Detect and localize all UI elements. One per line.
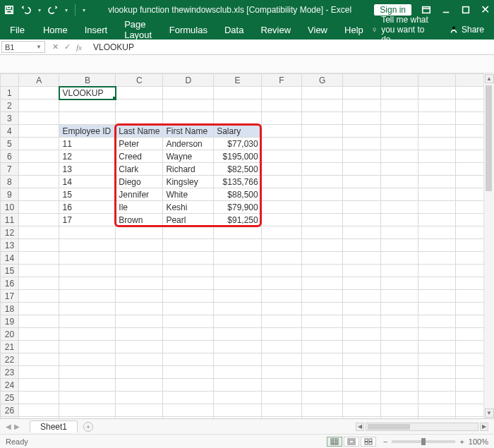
col-header[interactable] xyxy=(343,74,380,87)
cell[interactable] xyxy=(261,366,302,379)
cell[interactable] xyxy=(380,328,418,341)
cell[interactable] xyxy=(418,163,456,176)
cell[interactable] xyxy=(418,226,456,239)
row-header[interactable]: 20 xyxy=(1,328,19,341)
cell[interactable] xyxy=(116,265,163,277)
cell[interactable] xyxy=(261,404,302,417)
cell[interactable] xyxy=(261,341,302,353)
zoom-slider[interactable] xyxy=(392,440,455,443)
cell[interactable] xyxy=(343,99,380,112)
cell[interactable] xyxy=(59,315,116,328)
scroll-up-icon[interactable]: ▲ xyxy=(485,74,494,83)
cell[interactable] xyxy=(302,392,343,404)
cell[interactable] xyxy=(343,392,380,404)
cell[interactable] xyxy=(418,150,456,163)
cell[interactable] xyxy=(380,99,418,112)
tab-review[interactable]: Review xyxy=(252,20,299,40)
minimize-icon[interactable] xyxy=(441,5,451,15)
cell[interactable] xyxy=(18,201,59,214)
cell[interactable] xyxy=(59,404,116,417)
row-header[interactable]: 22 xyxy=(1,353,19,366)
cell[interactable] xyxy=(261,392,302,404)
cell[interactable]: $195,000 xyxy=(214,150,262,163)
zoom-out-icon[interactable]: − xyxy=(383,437,387,446)
cell[interactable] xyxy=(343,188,380,201)
cell[interactable] xyxy=(380,379,418,392)
cell[interactable] xyxy=(380,404,418,417)
row-header[interactable]: 4 xyxy=(1,125,19,138)
cell[interactable] xyxy=(18,404,59,417)
cell[interactable] xyxy=(261,328,302,341)
cell[interactable] xyxy=(380,277,418,290)
cell[interactable] xyxy=(380,239,418,252)
zoom-control[interactable]: − + 100% xyxy=(383,437,488,446)
cell[interactable] xyxy=(116,404,163,417)
cell[interactable] xyxy=(261,176,302,188)
cell[interactable] xyxy=(302,214,343,226)
cell[interactable] xyxy=(302,341,343,353)
cell[interactable] xyxy=(380,150,418,163)
cell[interactable] xyxy=(59,328,116,341)
cell[interactable]: Ile xyxy=(116,201,163,214)
cell[interactable] xyxy=(163,99,214,112)
cell[interactable] xyxy=(214,315,262,328)
cell[interactable] xyxy=(163,252,214,265)
cell[interactable] xyxy=(343,366,380,379)
col-header-B[interactable]: B xyxy=(59,74,116,87)
cell[interactable] xyxy=(59,366,116,379)
cell[interactable] xyxy=(343,341,380,353)
cell[interactable] xyxy=(418,404,456,417)
cell[interactable] xyxy=(59,99,116,112)
cell[interactable]: 17 xyxy=(59,214,116,226)
row-header[interactable]: 5 xyxy=(1,138,19,150)
cell[interactable] xyxy=(116,341,163,353)
cell[interactable] xyxy=(261,252,302,265)
cell[interactable] xyxy=(261,138,302,150)
tab-file[interactable]: File xyxy=(0,20,35,40)
cell[interactable] xyxy=(116,277,163,290)
cell[interactable] xyxy=(302,290,343,303)
page-break-view-icon[interactable] xyxy=(361,437,376,447)
cell[interactable] xyxy=(116,99,163,112)
cell[interactable]: Creed xyxy=(116,150,163,163)
save-icon[interactable] xyxy=(4,5,14,15)
cell[interactable] xyxy=(261,379,302,392)
cell[interactable] xyxy=(343,125,380,138)
cell[interactable] xyxy=(380,125,418,138)
cell[interactable] xyxy=(18,379,59,392)
cell[interactable]: 15 xyxy=(59,188,116,201)
cell[interactable] xyxy=(18,226,59,239)
cell[interactable]: $88,500 xyxy=(214,188,262,201)
cell[interactable] xyxy=(302,112,343,125)
cell[interactable] xyxy=(214,303,262,315)
cell[interactable] xyxy=(418,201,456,214)
cell[interactable] xyxy=(418,176,456,188)
cell[interactable]: 12 xyxy=(59,150,116,163)
cell[interactable] xyxy=(343,87,380,99)
cell[interactable] xyxy=(214,99,262,112)
cell[interactable] xyxy=(380,252,418,265)
cell[interactable] xyxy=(380,315,418,328)
cell[interactable] xyxy=(380,353,418,366)
cell[interactable]: Jennifer xyxy=(116,188,163,201)
cell[interactable] xyxy=(18,163,59,176)
cell[interactable]: Clark xyxy=(116,163,163,176)
cell[interactable] xyxy=(163,87,214,99)
cell[interactable] xyxy=(302,87,343,99)
cell[interactable] xyxy=(18,353,59,366)
cell[interactable] xyxy=(343,239,380,252)
cell[interactable] xyxy=(163,290,214,303)
cell[interactable]: Anderson xyxy=(163,138,214,150)
cell[interactable] xyxy=(214,392,262,404)
cell[interactable]: Salary xyxy=(214,125,262,138)
cell[interactable] xyxy=(343,138,380,150)
cell[interactable] xyxy=(380,226,418,239)
cell[interactable] xyxy=(18,188,59,201)
cell[interactable] xyxy=(418,99,456,112)
share-button[interactable]: Share xyxy=(436,20,491,40)
cell[interactable] xyxy=(163,379,214,392)
cell[interactable] xyxy=(302,176,343,188)
cell[interactable] xyxy=(59,341,116,353)
row-header[interactable]: 23 xyxy=(1,366,19,379)
cell[interactable]: 16 xyxy=(59,201,116,214)
